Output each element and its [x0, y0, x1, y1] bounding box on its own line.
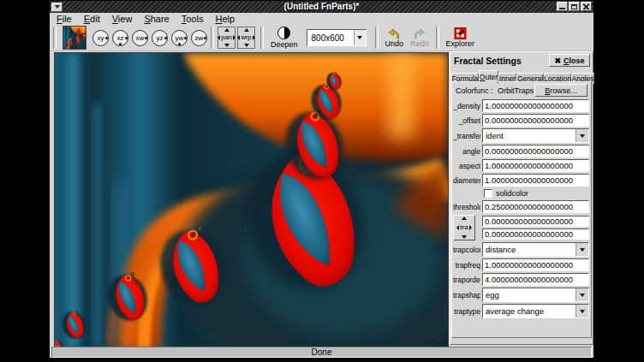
minimize-icon: [559, 8, 565, 9]
close-button[interactable]: [581, 2, 592, 11]
param-input-trapfreq[interactable]: [482, 258, 589, 271]
param-select-trapcolor[interactable]: distance: [482, 242, 589, 257]
param-row-traporder: traporder: [453, 273, 589, 286]
param-select-traptype[interactable]: average change: [482, 304, 589, 318]
menu-edit[interactable]: Edit: [84, 14, 100, 24]
rotate-dial-xy[interactable]: xy: [92, 30, 109, 46]
menu-help[interactable]: Help: [215, 14, 235, 24]
tab-outer[interactable]: Outer: [479, 70, 498, 84]
minimize-button[interactable]: [557, 2, 568, 11]
dropdown-button[interactable]: [575, 129, 588, 142]
checkbox-label: solidcolor: [496, 189, 528, 198]
dial-label: yz: [157, 34, 164, 42]
combo-chevron-button[interactable]: [354, 30, 366, 45]
main-area: Fractal Settings ✖ Close FormulaOuterInn…: [50, 51, 593, 347]
param-label: aspect: [453, 162, 480, 170]
fractal-settings-panel: Fractal Settings ✖ Close FormulaOuterInn…: [450, 51, 593, 345]
wrp-down-icon: [244, 44, 249, 47]
deepen-button[interactable]: Deepen: [267, 27, 301, 49]
rotate-dial-zw[interactable]: zw: [191, 30, 207, 46]
explorer-button[interactable]: Explorer: [443, 27, 479, 48]
wrp-up-icon: [244, 28, 249, 32]
param-row-trapfreq: trapfreq: [453, 258, 589, 271]
rotate-dial-yz[interactable]: yz: [152, 30, 168, 46]
param-input-traporder[interactable]: [482, 273, 589, 286]
spinner-label: tra: [460, 224, 468, 231]
rotate-dial-xw[interactable]: xw: [132, 30, 148, 46]
dial-marker-icon: [204, 37, 206, 39]
dial-marker-icon: [119, 43, 122, 45]
wrp-label: wrp: [241, 34, 251, 41]
undo-button[interactable]: Undo: [382, 28, 408, 48]
warp-control[interactable]: wrp: [237, 27, 255, 49]
param-input-threshold[interactable]: [482, 200, 589, 213]
param-row-aspect: aspect: [453, 159, 589, 172]
colorfunc-value: OrbitTraps: [498, 86, 534, 95]
image-size-combo[interactable]: 800x600: [307, 29, 367, 46]
param-input-aspect[interactable]: [482, 159, 589, 172]
param-row-_density: _density: [453, 99, 589, 112]
param-input-tra-1[interactable]: [482, 228, 589, 240]
image-size-value: 800x600: [307, 33, 354, 43]
undo-icon: [388, 28, 401, 39]
spinner-down-icon: [462, 235, 467, 239]
selected-value: distance: [483, 245, 575, 254]
param-input-tra-0[interactable]: [482, 216, 589, 227]
redo-icon: [413, 28, 426, 39]
trap-position-spinner[interactable]: tra: [453, 215, 475, 240]
browse-label: Browse...: [545, 86, 577, 95]
chevron-down-icon: [580, 310, 585, 313]
dial-marker-icon: [145, 37, 147, 39]
rotate-dial-xz[interactable]: xz: [112, 30, 128, 46]
pan-label: pan: [221, 34, 232, 41]
param-row-trapshape: trapshapeegg: [453, 288, 589, 302]
desktop: (Untitled FnParts)* FileEditViewShareToo…: [0, 0, 644, 362]
dial-label: xy: [98, 34, 104, 42]
param-select-trapshape[interactable]: egg: [482, 288, 589, 302]
param-label: traporder: [453, 276, 480, 284]
browse-button[interactable]: Browse...: [534, 84, 587, 97]
param-input-diameter[interactable]: [482, 174, 589, 187]
chevron-down-icon: [357, 36, 362, 39]
param-row-solidcolor: solidcolor: [484, 188, 589, 199]
pan-right-icon: [233, 35, 236, 40]
menu-share[interactable]: Share: [144, 14, 169, 24]
dropdown-button[interactable]: [575, 288, 588, 301]
param-label: trapshape: [453, 291, 480, 300]
fractal-canvas[interactable]: [54, 52, 449, 348]
param-select-_transfer[interactable]: ident: [482, 128, 589, 143]
menu-tools[interactable]: Tools: [182, 14, 204, 24]
param-row-trapcolor: trapcolordistance: [453, 242, 589, 257]
dial-marker-icon: [184, 37, 187, 39]
pan-control[interactable]: pan: [218, 27, 236, 49]
pan-up-icon: [224, 28, 230, 32]
spinner-left-icon: [456, 225, 459, 230]
param-label: threshold: [453, 203, 480, 211]
dial-marker-icon: [105, 37, 108, 39]
menu-view[interactable]: View: [112, 14, 133, 24]
chevron-down-icon: [580, 134, 585, 138]
fractal-image: [55, 53, 448, 347]
dropdown-button[interactable]: [575, 243, 588, 256]
panel-header: Fractal Settings ✖ Close: [450, 52, 593, 68]
titlebar[interactable]: (Untitled FnParts)*: [50, 1, 593, 13]
checkbox-solidcolor[interactable]: [484, 189, 492, 198]
param-label: _offset: [453, 116, 480, 125]
rotate-dial-yw[interactable]: yw: [171, 30, 188, 46]
maximize-button[interactable]: [569, 2, 580, 11]
param-input-angle[interactable]: [482, 145, 589, 157]
menu-file[interactable]: File: [57, 14, 72, 24]
panel-close-button[interactable]: ✖ Close: [549, 54, 590, 67]
colorfunc-row: Colorfunc : OrbitTraps Browse...: [453, 84, 589, 98]
explorer-icon: [454, 27, 467, 39]
panel-title: Fractal Settings: [454, 56, 522, 66]
window-menu-button[interactable]: [51, 3, 63, 12]
deepen-label: Deepen: [271, 40, 298, 49]
param-input-_offset[interactable]: [482, 114, 589, 127]
param-input-_density[interactable]: [482, 99, 589, 112]
spinner-up-icon: [462, 217, 467, 220]
dropdown-button[interactable]: [575, 305, 588, 317]
wrp-right-icon: [253, 35, 255, 40]
app-window: (Untitled FnParts)* FileEditViewShareToo…: [49, 0, 594, 359]
fractal-thumbnail[interactable]: [63, 26, 86, 50]
